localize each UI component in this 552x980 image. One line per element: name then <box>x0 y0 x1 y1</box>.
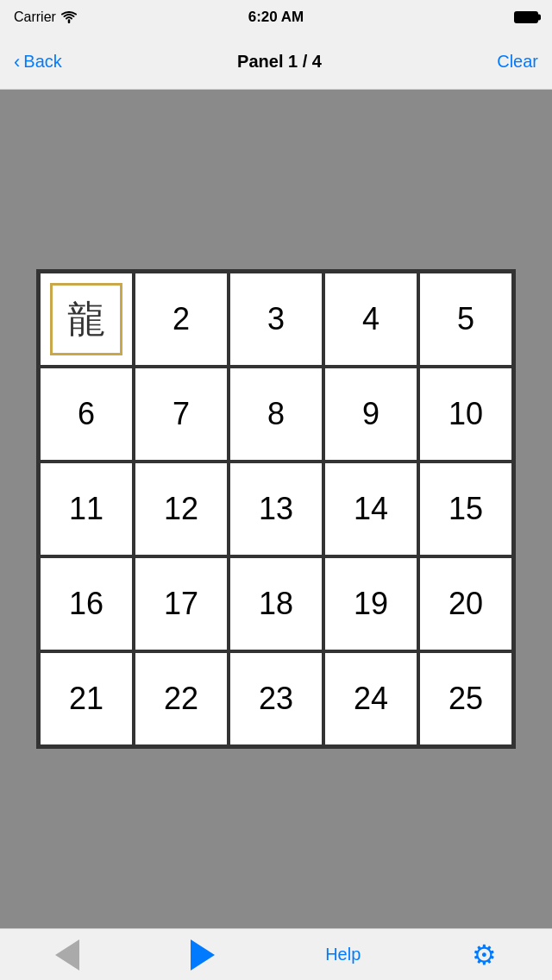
grid-cell-19[interactable]: 19 <box>323 556 418 651</box>
status-bar: Carrier 6:20 AM <box>0 0 552 35</box>
help-label: Help <box>325 945 361 964</box>
play-triangle-icon <box>191 939 215 971</box>
carrier-label: Carrier <box>14 9 56 25</box>
grid-container: 龍 23456789101112131415161718192021222324… <box>36 269 516 749</box>
grid-cell-18[interactable]: 18 <box>229 556 323 651</box>
nav-title: Panel 1 / 4 <box>237 52 322 72</box>
grid-cell-25[interactable]: 25 <box>418 651 513 746</box>
back-triangle-icon <box>55 939 79 971</box>
settings-button[interactable]: ⚙ <box>455 932 514 978</box>
grid-cell-20[interactable]: 20 <box>418 556 513 651</box>
carrier-text: Carrier <box>14 9 77 25</box>
grid-cell-24[interactable]: 24 <box>323 651 418 746</box>
nav-bar: ‹ Back Panel 1 / 4 Clear <box>0 35 552 90</box>
grid-cell-14[interactable]: 14 <box>323 462 418 556</box>
clear-button[interactable]: Clear <box>497 52 538 72</box>
kanji-image: 龍 <box>47 280 125 358</box>
grid-cell-22[interactable]: 22 <box>134 651 229 746</box>
play-button[interactable] <box>173 933 232 977</box>
grid-cell-11[interactable]: 11 <box>39 462 134 556</box>
grid-cell-7[interactable]: 7 <box>134 367 229 462</box>
grid-cell-17[interactable]: 17 <box>134 556 229 651</box>
grid-cell-8[interactable]: 8 <box>229 367 323 462</box>
grid-cell-4[interactable]: 4 <box>323 272 418 367</box>
main-content: 龍 23456789101112131415161718192021222324… <box>0 90 552 928</box>
grid-cell-21[interactable]: 21 <box>39 651 134 746</box>
grid-cell-10[interactable]: 10 <box>418 367 513 462</box>
grid-cell-1[interactable]: 龍 <box>39 272 134 367</box>
grid-cell-2[interactable]: 2 <box>134 272 229 367</box>
back-label: Back <box>23 52 61 72</box>
grid-cell-6[interactable]: 6 <box>39 367 134 462</box>
battery-icon <box>514 11 538 23</box>
grid-cell-23[interactable]: 23 <box>229 651 323 746</box>
help-button[interactable]: Help <box>308 938 378 971</box>
grid-cell-5[interactable]: 5 <box>418 272 513 367</box>
gear-icon: ⚙ <box>472 939 497 971</box>
grid-cell-13[interactable]: 13 <box>229 462 323 556</box>
back-button-toolbar[interactable] <box>38 933 97 977</box>
status-time: 6:20 AM <box>248 9 304 26</box>
status-right <box>514 11 538 23</box>
grid-cell-12[interactable]: 12 <box>134 462 229 556</box>
back-chevron-icon: ‹ <box>14 53 20 72</box>
bottom-toolbar: Help ⚙ <box>0 928 552 980</box>
grid-cell-15[interactable]: 15 <box>418 462 513 556</box>
kanji-border: 龍 <box>50 283 122 355</box>
wifi-icon <box>61 11 77 23</box>
grid-cell-16[interactable]: 16 <box>39 556 134 651</box>
grid-cell-3[interactable]: 3 <box>229 272 323 367</box>
back-button[interactable]: ‹ Back <box>14 52 62 72</box>
grid-cell-9[interactable]: 9 <box>323 367 418 462</box>
